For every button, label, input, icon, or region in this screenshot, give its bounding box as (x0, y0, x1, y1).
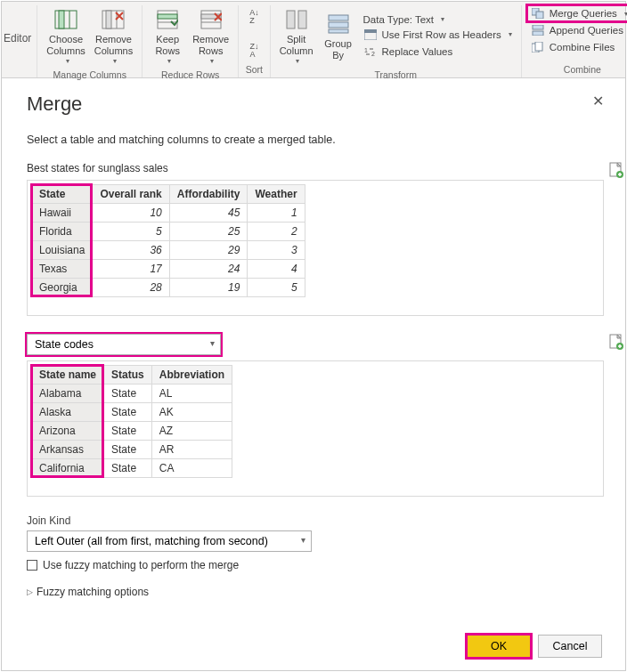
fuzzy-options-expander[interactable]: ▷ Fuzzy matching options (27, 586, 604, 598)
cancel-button[interactable]: Cancel (538, 635, 602, 658)
append-queries-button[interactable]: Append Queries▾ (527, 22, 627, 38)
expand-triangle-icon: ▷ (27, 587, 33, 596)
group-by-icon (326, 12, 351, 36)
svg-rect-17 (364, 29, 377, 33)
merge-queries-button[interactable]: Merge Queries▾ (527, 5, 627, 21)
svg-rect-9 (201, 11, 221, 28)
column-header[interactable]: State name (32, 366, 104, 385)
svg-rect-15 (329, 22, 348, 28)
merge-dialog: ✕ Merge Select a table and matching colu… (2, 78, 625, 614)
remove-rows-button[interactable]: Remove Rows▾ (189, 5, 232, 68)
svg-text:2: 2 (371, 51, 375, 57)
svg-rect-13 (298, 11, 306, 28)
svg-rect-24 (533, 31, 543, 36)
svg-rect-1 (59, 11, 64, 28)
sort-asc-button[interactable]: A↓Z (244, 5, 265, 28)
dialog-title: Merge (27, 93, 604, 116)
use-first-row-headers-button[interactable]: Use First Row as Headers▾ (360, 27, 516, 43)
checkbox-icon (27, 560, 37, 571)
new-query-icon[interactable] (609, 162, 623, 176)
combine-files-button[interactable]: Combine Files (527, 39, 619, 55)
ribbon-group-combine: Merge Queries▾ Append Queries▾ Combine F… (522, 5, 627, 77)
svg-rect-12 (287, 11, 295, 28)
table-row[interactable]: Georgia28195 (32, 279, 305, 297)
table2-preview[interactable]: State nameStatusAbbreviationAlabamaState… (31, 365, 232, 478)
close-button[interactable]: ✕ (587, 91, 609, 111)
ribbon-group-sort: A↓Z Z↓A Sort (239, 5, 271, 77)
svg-rect-14 (329, 15, 348, 20)
fuzzy-matching-checkbox[interactable]: Use fuzzy matching to perform the merge (27, 559, 604, 571)
column-header[interactable]: State (32, 185, 93, 204)
ribbon: Editor Choose Columns▾ Remove Columns▾ M… (2, 2, 625, 78)
table-row[interactable]: AlaskaStateAK (32, 403, 232, 422)
remove-rows-icon (199, 7, 224, 32)
split-column-icon (284, 7, 309, 32)
sort-asc-icon: A↓Z (248, 7, 261, 27)
table-row[interactable]: Louisiana36293 (32, 241, 305, 260)
replace-values-icon: 12 (363, 45, 378, 59)
table-header-icon (363, 28, 378, 42)
choose-columns-button[interactable]: Choose Columns▾ (43, 5, 88, 68)
choose-columns-icon (53, 7, 78, 32)
split-column-button[interactable]: Split Column▾ (276, 5, 317, 68)
sort-desc-icon: Z↓A (248, 41, 260, 61)
editor-tab-label: Editor (2, 5, 37, 77)
table2-select[interactable]: State codes (27, 334, 221, 355)
svg-rect-22 (536, 12, 543, 19)
replace-values-button[interactable]: 12 Replace Values (360, 44, 457, 60)
column-header[interactable]: Abbreviation (151, 366, 232, 385)
table-row[interactable]: AlabamaStateAL (32, 385, 232, 403)
svg-rect-7 (158, 14, 177, 19)
table-row[interactable]: ArizonaStateAZ (32, 422, 232, 441)
svg-rect-16 (329, 29, 348, 33)
group-by-button[interactable]: Group By (319, 10, 358, 63)
join-kind-select[interactable]: Left Outer (all from first, matching fro… (27, 530, 312, 552)
table1-label: Best states for sunglass sales (27, 162, 604, 174)
column-header[interactable]: Overall rank (93, 185, 169, 204)
table1-preview[interactable]: StateOverall rankAffordabilityWeatherHaw… (31, 184, 305, 297)
ribbon-group-reduce-rows: Keep Rows▾ Remove Rows▾ Reduce Rows (142, 5, 239, 77)
table-row[interactable]: Florida5252 (32, 223, 305, 241)
table-row[interactable]: Texas17244 (32, 260, 305, 279)
ok-button[interactable]: OK (467, 635, 531, 658)
combine-files-icon (531, 40, 545, 54)
ribbon-group-transform: Split Column▾ Group By Data Type: Text▾ … (271, 5, 522, 77)
table-row[interactable]: Hawaii10451 (32, 204, 305, 223)
data-type-button[interactable]: Data Type: Text▾ (360, 13, 448, 26)
column-header[interactable]: Status (104, 366, 152, 385)
append-icon (531, 23, 545, 37)
column-header[interactable]: Affordability (169, 185, 248, 204)
merge-icon (531, 6, 545, 20)
remove-columns-icon (101, 7, 126, 32)
keep-rows-icon (155, 7, 180, 32)
dialog-description: Select a table and matching columns to c… (27, 134, 604, 146)
keep-rows-button[interactable]: Keep Rows▾ (148, 5, 187, 68)
column-header[interactable]: Weather (248, 185, 305, 204)
svg-rect-26 (535, 42, 542, 51)
ribbon-group-manage-columns: Choose Columns▾ Remove Columns▾ Manage C… (37, 5, 142, 77)
table-row[interactable]: CaliforniaStateCA (32, 459, 232, 478)
svg-rect-23 (533, 25, 543, 29)
new-query-icon-2[interactable] (609, 334, 623, 348)
join-kind-label: Join Kind (27, 514, 604, 527)
svg-text:1: 1 (364, 47, 368, 53)
table-row[interactable]: ArkansasStateAR (32, 441, 232, 459)
svg-rect-4 (106, 11, 111, 28)
sort-desc-button[interactable]: Z↓A (244, 39, 264, 62)
remove-columns-button[interactable]: Remove Columns▾ (91, 5, 136, 68)
